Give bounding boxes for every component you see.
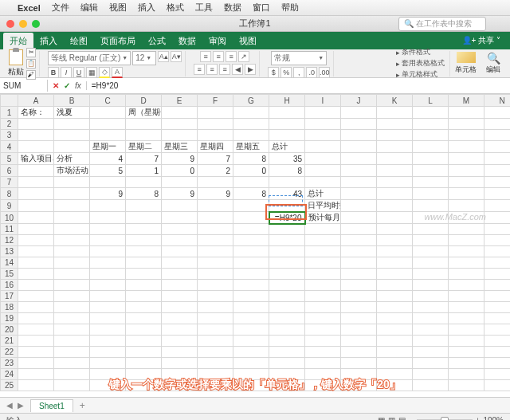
cell[interactable] (484, 257, 511, 269)
cell[interactable] (90, 212, 126, 224)
cell[interactable] (54, 200, 90, 212)
cell[interactable]: 8 (269, 165, 305, 177)
cell[interactable] (90, 336, 126, 347)
cell[interactable] (233, 107, 269, 119)
cell[interactable] (18, 188, 54, 200)
row-header[interactable]: 22 (1, 347, 18, 358)
cell[interactable]: 名称： (18, 107, 54, 119)
cell[interactable] (413, 141, 449, 153)
cell[interactable] (162, 336, 198, 347)
indent-increase-icon[interactable]: ▶ (245, 64, 256, 75)
cell[interactable] (54, 212, 90, 224)
tab-home[interactable]: 开始 (3, 33, 33, 49)
cell[interactable] (198, 130, 233, 141)
cell[interactable] (305, 235, 341, 246)
cell[interactable]: 总计 (305, 188, 341, 200)
cell[interactable] (341, 347, 377, 358)
indent-decrease-icon[interactable]: ◀ (232, 64, 243, 75)
cell[interactable] (18, 224, 54, 235)
cell[interactable]: 9 (162, 153, 198, 165)
tab-view[interactable]: 视图 (233, 33, 263, 49)
cell[interactable] (484, 188, 511, 200)
cell[interactable] (413, 246, 449, 257)
cell[interactable] (269, 302, 305, 313)
cell[interactable] (377, 246, 413, 257)
align-center-icon[interactable]: ≡ (206, 64, 218, 75)
cell[interactable] (18, 257, 54, 269)
cell[interactable] (341, 257, 377, 269)
cell[interactable] (162, 107, 198, 119)
cell[interactable] (377, 153, 413, 165)
cell[interactable]: 分析 (54, 153, 90, 165)
row-header[interactable]: 18 (1, 302, 18, 313)
cell[interactable] (162, 235, 198, 246)
cell[interactable]: 8 (126, 188, 162, 200)
cell[interactable]: 总计 (269, 141, 305, 153)
align-bottom-icon[interactable]: ≡ (226, 51, 237, 62)
cell[interactable] (413, 280, 449, 291)
cell[interactable]: 星期一 (90, 141, 126, 153)
cell[interactable] (126, 358, 162, 369)
cell[interactable] (413, 130, 449, 141)
cell[interactable]: 5 (90, 165, 126, 177)
cell[interactable] (269, 280, 305, 291)
bold-button[interactable]: B (48, 67, 59, 78)
cell[interactable] (90, 347, 126, 358)
cell[interactable] (449, 336, 484, 347)
cell[interactable] (377, 119, 413, 130)
cell[interactable] (233, 235, 269, 246)
row-header[interactable]: 12 (1, 235, 18, 246)
cell[interactable] (305, 130, 341, 141)
italic-button[interactable]: I (61, 67, 72, 78)
cell[interactable] (341, 130, 377, 141)
cell[interactable]: 星期四 (198, 141, 233, 153)
cell[interactable] (377, 141, 413, 153)
cell[interactable] (54, 269, 90, 280)
cell[interactable] (90, 246, 126, 257)
cell[interactable] (162, 130, 198, 141)
view-break-icon[interactable]: ▤ (398, 416, 406, 420)
cell[interactable]: 8 (233, 188, 269, 200)
cell[interactable] (413, 336, 449, 347)
cell[interactable] (18, 246, 54, 257)
cell[interactable] (269, 235, 305, 246)
menu-format[interactable]: 格式 (167, 2, 184, 14)
zoom-in-icon[interactable]: + (476, 416, 481, 420)
cell[interactable] (484, 224, 511, 235)
cell[interactable] (90, 200, 126, 212)
cell[interactable] (198, 347, 233, 358)
cell[interactable] (377, 257, 413, 269)
cell[interactable] (413, 257, 449, 269)
cell[interactable] (341, 188, 377, 200)
cell[interactable] (377, 177, 413, 188)
conditional-format-button[interactable]: ▸ 条件格式 (396, 47, 445, 57)
font-color-button[interactable]: A (112, 67, 123, 78)
cell[interactable] (413, 153, 449, 165)
cell[interactable] (54, 141, 90, 153)
decimal-decrease-icon[interactable]: .00 (319, 67, 330, 78)
cell[interactable] (269, 324, 305, 336)
cell[interactable] (126, 269, 162, 280)
cell[interactable] (54, 324, 90, 336)
cell[interactable] (413, 313, 449, 324)
cell[interactable] (18, 130, 54, 141)
cell[interactable] (341, 177, 377, 188)
cell[interactable] (90, 324, 126, 336)
formula-input[interactable]: =H9*20 (87, 80, 510, 92)
cell[interactable]: 9 (198, 188, 233, 200)
cell[interactable]: 7 (198, 153, 233, 165)
cancel-formula-icon[interactable]: ✕ (53, 81, 59, 90)
border-button[interactable]: ▦ (86, 67, 97, 78)
cell[interactable] (90, 119, 126, 130)
cell[interactable] (305, 257, 341, 269)
cell[interactable] (341, 336, 377, 347)
cell[interactable] (233, 212, 269, 224)
cell[interactable] (233, 269, 269, 280)
cell[interactable] (126, 200, 162, 212)
cell[interactable] (484, 324, 511, 336)
col-header[interactable]: J (341, 95, 377, 107)
cell[interactable] (269, 224, 305, 235)
cell[interactable] (18, 347, 54, 358)
col-header[interactable]: L (413, 95, 449, 107)
cell[interactable] (269, 107, 305, 119)
